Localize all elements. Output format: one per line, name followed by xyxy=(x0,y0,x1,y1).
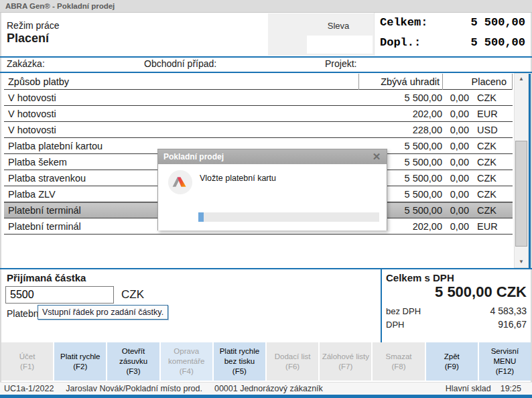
paid-cell: 0,00 xyxy=(442,141,469,151)
status-time: 19:25 xyxy=(501,384,521,393)
status-customer: 00001 Jednorázový zákazník xyxy=(214,384,323,393)
paid-cell: 0,00 xyxy=(442,189,469,200)
currency-cell: CZK xyxy=(469,157,513,168)
button-fkey: (F3) xyxy=(126,367,140,377)
amount-input-tooltip: Vstupní řádek pro zadání částky. xyxy=(38,305,168,320)
remaining-cell: 202,00 xyxy=(358,109,442,119)
abra-logo-icon xyxy=(168,170,193,195)
table-row[interactable]: V hotovosti228,000,00USD xyxy=(4,122,513,138)
remaining-cell: 228,00 xyxy=(358,125,442,135)
dialog-message: Vložte platební kartu xyxy=(200,174,276,183)
amount-input[interactable] xyxy=(5,286,114,304)
function-button-f8[interactable]: Smazat(F8) xyxy=(373,342,424,381)
button-fkey: (F7) xyxy=(338,362,352,372)
discount-label: Sleva xyxy=(305,21,372,31)
function-button-f3[interactable]: Otevřít zásuvku(F3) xyxy=(107,342,159,381)
function-button-f6[interactable]: Dodací list(F6) xyxy=(267,342,318,381)
button-label: Platit rychle xyxy=(60,352,100,362)
remainder-value: 5 500,00 xyxy=(470,36,525,49)
paid-cell: 0,00 xyxy=(442,173,469,184)
project-label: Projekt: xyxy=(325,58,356,69)
paid-cell: 0,00 xyxy=(442,109,469,119)
function-buttons-bar: Účet(F1)Platit rychle(F2)Otevřít zásuvku… xyxy=(1,342,531,381)
scroll-up-icon[interactable]: ▲ xyxy=(515,74,528,84)
paid-cell: 0,00 xyxy=(442,125,469,135)
remainder-label: Dopl.: xyxy=(380,36,421,49)
button-fkey: (F4) xyxy=(180,367,194,377)
vat-label: DPH xyxy=(386,320,404,330)
column-header-paid[interactable]: Placeno xyxy=(442,74,513,90)
dialog-title: Pokladní prodej xyxy=(163,152,224,161)
window-title: ABRA Gen® - Pokladní prodej xyxy=(5,2,115,10)
status-operator: Jaroslav Novák/Pokladní místo prod. xyxy=(66,384,202,393)
panel-divider xyxy=(381,269,382,342)
table-row[interactable]: V hotovosti5 500,000,00CZK xyxy=(4,90,513,106)
function-button-f12[interactable]: Servisní MENU(F12) xyxy=(479,342,531,381)
function-button-f9[interactable]: Zpět(F9) xyxy=(426,342,478,381)
window-bottom-accent xyxy=(0,395,532,398)
divider-line xyxy=(0,268,532,269)
discount-field[interactable] xyxy=(307,36,373,54)
status-doc-number: UC1a-1/2022 xyxy=(4,384,54,393)
button-label: Účet xyxy=(19,352,36,362)
currency-cell: CZK xyxy=(469,205,513,216)
paid-cell: 0,00 xyxy=(442,92,469,103)
button-label: Otevřít zásuvku xyxy=(109,346,157,367)
currency-cell: EUR xyxy=(469,109,513,119)
close-icon[interactable]: ✕ xyxy=(371,149,383,164)
divider-line xyxy=(0,72,532,73)
button-fkey: (F8) xyxy=(391,362,405,372)
totals-panel: Celkem: 5 500,00 Dopl.: 5 500,00 xyxy=(374,13,531,56)
button-label: Oprava komentáře xyxy=(162,346,211,367)
without-vat-label: bez DPH xyxy=(386,306,421,316)
total-label: Celkem: xyxy=(380,16,427,29)
without-vat-value: 4 583,33 xyxy=(490,306,527,316)
function-button-f5[interactable]: Platit rychle bez tisku(F5) xyxy=(214,342,265,381)
button-fkey: (F9) xyxy=(445,362,459,372)
column-header-remaining[interactable]: Zbývá uhradit xyxy=(358,74,442,90)
status-warehouse: Hlavní sklad xyxy=(446,384,491,393)
dialog-body: Vložte platební kartu xyxy=(158,164,387,230)
currency-cell: USD xyxy=(469,125,513,135)
received-amount-label: Přijímaná částka xyxy=(7,272,86,283)
function-button-f4[interactable]: Oprava komentáře(F4) xyxy=(161,342,212,381)
paid-cell: 0,00 xyxy=(442,205,469,216)
payments-table-header: Způsob platby Zbývá uhradit Placeno xyxy=(4,74,513,90)
currency-cell: CZK xyxy=(469,92,513,103)
button-label: Zpět xyxy=(444,352,460,362)
table-scrollbar[interactable]: ▲ ▼ xyxy=(514,73,529,268)
work-mode-value: Placení xyxy=(7,31,49,46)
button-label: Platit rychle bez tisku xyxy=(215,346,264,367)
status-bar: UC1a-1/2022 Jaroslav Novák/Pokladní míst… xyxy=(0,382,532,395)
remainder-row: Dopl.: 5 500,00 xyxy=(375,34,531,52)
progress-fill xyxy=(198,212,204,222)
currency-cell: CZK xyxy=(469,189,513,200)
button-label: Smazat xyxy=(386,352,412,362)
paid-cell: 0,00 xyxy=(442,157,469,168)
table-row[interactable]: V hotovosti202,000,00EUR xyxy=(4,106,513,122)
function-button-f2[interactable]: Platit rychle(F2) xyxy=(54,342,106,381)
button-fkey: (F6) xyxy=(285,362,300,372)
total-with-vat-value: 5 500,00 CZK xyxy=(435,283,527,301)
vat-value: 916,67 xyxy=(498,319,527,330)
column-header-method[interactable]: Způsob platby xyxy=(4,76,358,87)
button-fkey: (F1) xyxy=(20,362,34,372)
button-fkey: (F12) xyxy=(496,367,514,377)
total-with-vat-label: Celkem s DPH xyxy=(386,272,454,283)
button-label: Zálohové listy xyxy=(322,352,369,362)
function-button-f1[interactable]: Účet(F1) xyxy=(1,342,53,381)
divider-line xyxy=(0,56,532,58)
currency-cell: CZK xyxy=(469,173,513,184)
function-button-f7[interactable]: Zálohové listy(F7) xyxy=(320,342,371,381)
business-case-label: Obchodní případ: xyxy=(144,58,216,69)
payment-method-cell: V hotovosti xyxy=(4,125,358,135)
progress-bar xyxy=(198,212,379,222)
total-value: 5 500,00 xyxy=(470,16,525,29)
currency-cell: EUR xyxy=(469,221,513,232)
dialog-titlebar: Pokladní prodej ✕ xyxy=(158,149,387,164)
window-border-left xyxy=(0,13,1,395)
scroll-down-icon[interactable]: ▼ xyxy=(515,257,528,267)
total-row: Celkem: 5 500,00 xyxy=(375,14,531,31)
scrollbar-thumb[interactable] xyxy=(515,141,527,247)
paid-cell: 0,00 xyxy=(442,221,469,232)
